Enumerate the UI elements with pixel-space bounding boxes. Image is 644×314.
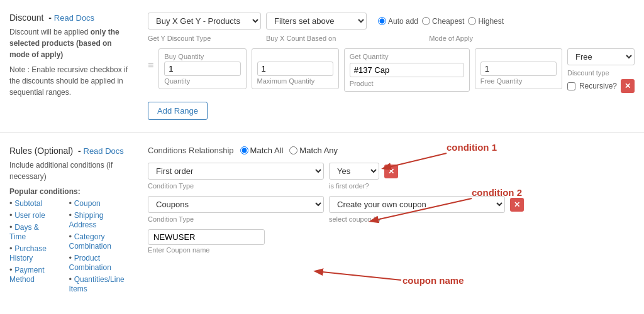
discount-sublabel-row: Get Y Discount Type Buy X Count Based on… xyxy=(148,35,635,42)
condition2-type-label: Condition Type xyxy=(148,215,324,223)
condition2-secondary-label: select coupon by xyxy=(329,215,381,223)
rules-section: Rules (Optional) - Read Docs Include add… xyxy=(0,133,644,308)
product-combination-link[interactable]: Product Combination xyxy=(69,254,111,272)
condition1-delete-button[interactable]: ✕ xyxy=(384,165,398,178)
subtotal-link[interactable]: Subtotal xyxy=(14,199,42,208)
auto-add-radio-label[interactable]: Auto add xyxy=(378,17,418,26)
auto-add-radio[interactable] xyxy=(378,17,386,25)
right-links-list: Coupon Shipping Address Category Combina… xyxy=(69,198,129,296)
max-qty-input[interactable] xyxy=(257,62,333,76)
quantities-line-items-link[interactable]: Quantities/Line Items xyxy=(69,275,125,293)
coupon-name-input[interactable] xyxy=(148,229,265,245)
free-qty-input[interactable] xyxy=(480,62,557,76)
buy-x-sublabel: Buy X Count Based on xyxy=(266,35,336,42)
auto-add-label: Auto add xyxy=(388,17,418,26)
condition1-secondary-label: is first order? xyxy=(329,182,369,190)
add-range-button[interactable]: Add Range xyxy=(148,102,208,120)
recursive-row: Recursive? ✕ xyxy=(567,79,635,93)
discount-type-dropdown[interactable]: Free xyxy=(567,48,635,65)
discount-title: Discount - Read Docs xyxy=(9,13,129,23)
purchase-history-link[interactable]: Purchase History xyxy=(9,244,47,263)
quantity-sublabel: Quantity xyxy=(164,77,240,85)
condition1-block: First order Yes ✕ Condition Type is firs… xyxy=(148,163,635,190)
cheapest-radio-label[interactable]: Cheapest xyxy=(422,17,464,26)
left-links-list: Subtotal User role Days & Time Purchase … xyxy=(9,198,57,296)
cheapest-label: Cheapest xyxy=(432,17,464,26)
conditions-relationship: Conditions Relationship Match All Match … xyxy=(148,146,635,155)
condition1-row: First order Yes ✕ xyxy=(148,163,635,180)
buy-qty-label: Buy Quantity xyxy=(164,53,240,60)
mode-of-apply-group: Auto add Cheapest Highest xyxy=(378,17,504,26)
condition2-type-dropdown[interactable]: Coupons xyxy=(148,196,324,213)
coupon-link[interactable]: Coupon xyxy=(74,199,101,208)
condition1-type-dropdown[interactable]: First order xyxy=(148,163,324,180)
discount-title-text: Discount xyxy=(9,13,43,23)
drag-handle-icon[interactable]: ≡ xyxy=(148,48,153,71)
coupon-name-row: Enter Coupon name xyxy=(148,229,635,254)
condition2-row: Coupons Create your own coupon ✕ xyxy=(148,196,635,213)
rules-description: Include additional conditions (if necess… xyxy=(9,160,129,182)
delete-range-button[interactable]: ✕ xyxy=(621,79,635,93)
annotation3-text: coupon name xyxy=(402,275,464,286)
discount-note: Note : Enable recursive checkbox if the … xyxy=(9,64,129,98)
product-input[interactable] xyxy=(350,63,464,77)
condition2-block: Coupons Create your own coupon ✕ Conditi… xyxy=(148,196,635,254)
discount-section: Discount - Read Docs Discount will be ap… xyxy=(0,0,644,133)
discount-read-docs-link[interactable]: Read Docs xyxy=(54,13,94,23)
rules-title: Rules (Optional) - Read Docs xyxy=(9,146,129,156)
match-any-text: Match Any xyxy=(299,146,338,155)
category-combination-link[interactable]: Category Combination xyxy=(69,232,111,251)
max-quantity-sublabel: Maximum Quantity xyxy=(257,77,333,85)
rules-left-panel: Rules (Optional) - Read Docs Include add… xyxy=(0,139,138,302)
annotation3-arrow xyxy=(316,271,401,280)
payment-method-link[interactable]: Payment Method xyxy=(9,266,45,284)
shipping-address-link[interactable]: Shipping Address xyxy=(69,211,104,229)
get-quantity-box: Get Quantity Product xyxy=(344,48,470,92)
page-wrapper: Discount - Read Docs Discount will be ap… xyxy=(0,0,644,314)
highest-radio-label[interactable]: Highest xyxy=(468,17,504,26)
popular-label: Popular conditions: xyxy=(9,187,129,196)
discount-type-sublabel: Discount type xyxy=(567,69,635,77)
conditions-rel-label: Conditions Relationship xyxy=(148,146,234,155)
max-quantity-group: . Maximum Quantity xyxy=(252,48,339,89)
buy-qty-input[interactable] xyxy=(164,62,240,76)
right-condition-links: Coupon Shipping Address Category Combina… xyxy=(69,198,129,293)
match-all-radio[interactable] xyxy=(240,146,248,154)
coupon-name-label: Enter Coupon name xyxy=(148,246,635,254)
free-quantity-group: . Free Quantity xyxy=(475,48,562,89)
range-row: ≡ Buy Quantity Quantity . Maximum Quanti… xyxy=(148,48,635,93)
discount-right-panel: Buy X Get Y - Products Filters set above… xyxy=(138,6,644,126)
days-time-link[interactable]: Days & Time xyxy=(9,223,39,241)
match-any-label[interactable]: Match Any xyxy=(289,146,338,155)
condition1-type-label: Condition Type xyxy=(148,182,324,190)
product-sublabel: Product xyxy=(350,80,464,87)
condition1-sublabels: Condition Type is first order? xyxy=(148,182,635,190)
highest-radio[interactable] xyxy=(468,17,476,25)
left-condition-links: Subtotal User role Days & Time Purchase … xyxy=(9,198,57,284)
buy-quantity-group: Buy Quantity Quantity xyxy=(158,48,246,89)
discount-description: Discount will be applied only the select… xyxy=(9,26,129,60)
cheapest-radio[interactable] xyxy=(422,17,430,25)
condition2-delete-button[interactable]: ✕ xyxy=(510,198,524,212)
match-all-text: Match All xyxy=(250,146,284,155)
user-role-link[interactable]: User role xyxy=(14,211,45,220)
rules-right-panel: condition 1 condition 2 coupon name Cond… xyxy=(138,139,644,302)
desc-line1: Discount will be applied xyxy=(9,28,91,36)
filters-dropdown[interactable]: Filters set above xyxy=(266,13,367,30)
get-y-sublabel: Get Y Discount Type xyxy=(148,35,261,42)
discount-left-panel: Discount - Read Docs Discount will be ap… xyxy=(0,6,138,126)
rules-read-docs-link[interactable]: Read Docs xyxy=(84,146,124,156)
match-any-radio[interactable] xyxy=(289,146,297,154)
buy-x-get-y-dropdown[interactable]: Buy X Get Y - Products xyxy=(148,13,261,30)
condition2-sublabels: Condition Type select coupon by xyxy=(148,215,635,223)
get-qty-title: Get Quantity xyxy=(350,53,464,60)
discount-type-box: Free Discount type Recursive? ✕ xyxy=(567,48,635,93)
mode-sublabel: Mode of Apply xyxy=(429,35,473,42)
condition2-secondary-dropdown[interactable]: Create your own coupon xyxy=(329,196,505,213)
recursive-checkbox[interactable] xyxy=(567,82,575,90)
match-all-label[interactable]: Match All xyxy=(240,146,284,155)
condition1-secondary-dropdown[interactable]: Yes xyxy=(329,163,379,180)
recursive-label: Recursive? xyxy=(579,82,617,90)
free-qty-sublabel: Free Quantity xyxy=(480,77,557,85)
highest-label: Highest xyxy=(478,17,504,26)
